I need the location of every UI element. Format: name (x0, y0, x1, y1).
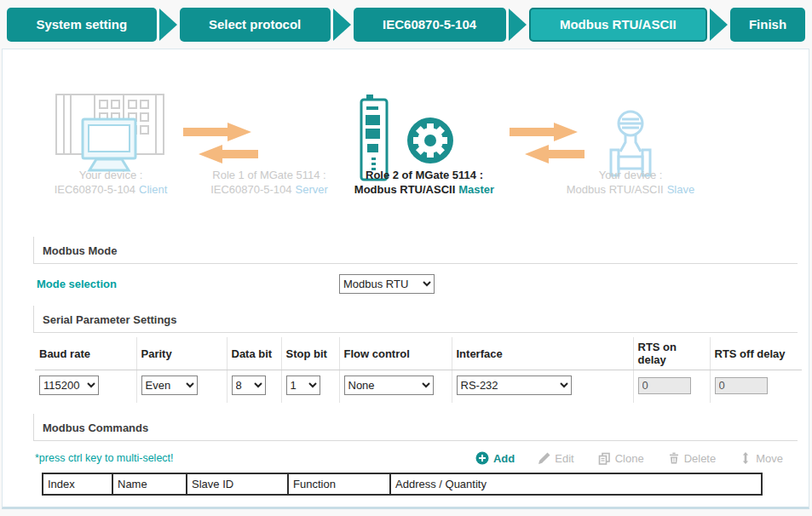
wizard-step-modbus-rtu-ascii[interactable]: Modbus RTU/ASCII (529, 8, 707, 42)
node-label-iec-client: Your device : IEC60870-5-104Client (30, 168, 192, 197)
move-icon (740, 452, 752, 464)
function-header: Function (288, 473, 390, 495)
interface-header: Interface (452, 337, 633, 370)
delete-command-button: Delete (668, 452, 717, 465)
roles-diagram: Your device : IEC60870-5-104Client Role … (3, 92, 809, 237)
flow-control-select[interactable]: None (344, 376, 434, 395)
exchange-arrows-icon (510, 119, 586, 167)
index-header: Index (43, 473, 112, 495)
mode-selection-select[interactable]: Modbus RTU (339, 274, 435, 294)
section-header-modbus-commands: Modbus Commands (33, 414, 798, 441)
mode-selection-row: Mode selection Modbus RTU (37, 272, 798, 295)
add-icon (475, 451, 489, 465)
clone-icon (598, 452, 611, 465)
modbus-commands-table: Index Name Slave ID Function Address / Q… (42, 473, 763, 496)
serial-settings-table: Baud rate Parity Data bit Stop bit Flow … (35, 337, 802, 403)
wizard-arrow-icon (710, 9, 728, 41)
stop-bit-select[interactable]: 1 (286, 376, 320, 395)
rts-on-delay-field (638, 377, 691, 394)
serial-value-row: 115200 Even 8 1 None RS-232 (35, 370, 802, 404)
commands-toolbar: *press ctrl key to multi-select! Add Edi… (35, 451, 783, 465)
section-header-serial-settings: Serial Parameter Settings (33, 306, 798, 333)
rts-off-delay-header: RTS off delay (710, 337, 802, 370)
section-header-modbus-mode: Modbus Mode (33, 237, 798, 264)
clone-command-button: Clone (598, 452, 644, 465)
edit-command-button: Edit (538, 452, 573, 465)
add-command-button[interactable]: Add (475, 451, 515, 465)
exchange-arrows-icon (183, 119, 260, 167)
wizard-step-iec60870[interactable]: IEC60870-5-104 (354, 8, 506, 42)
serial-header-row: Baud rate Parity Data bit Stop bit Flow … (35, 337, 802, 370)
wizard-step-bar: System setting Select protocol IEC60870-… (0, 0, 812, 49)
rts-off-delay-field (715, 377, 768, 394)
mode-selection-label: Mode selection (37, 278, 339, 290)
move-command-button: Move (740, 452, 783, 465)
address-quantity-header: Address / Quantity (390, 473, 762, 495)
edit-icon (538, 452, 550, 464)
wizard-step-system-setting[interactable]: System setting (7, 8, 157, 42)
rts-on-delay-header: RTS on delay (633, 337, 710, 370)
node-label-modbus-slave: Your device : Modbus RTU/ASCIISlave (539, 168, 722, 197)
node-label-iec-server: Role 1 of MGate 5114 : IEC60870-5-104Ser… (186, 168, 353, 197)
wizard-step-finish[interactable]: Finish (730, 8, 805, 42)
wizard-arrow-icon (509, 9, 527, 41)
wizard-step-select-protocol[interactable]: Select protocol (180, 8, 331, 42)
node-label-modbus-master: Role 2 of MGate 5114 : Modbus RTU/ASCIIM… (332, 168, 516, 197)
wizard-content-panel: Your device : IEC60870-5-104Client Role … (2, 49, 809, 509)
data-bit-header: Data bit (227, 337, 281, 370)
parity-select[interactable]: Even (141, 376, 198, 395)
wizard-arrow-icon (333, 9, 351, 41)
flow-control-header: Flow control (339, 337, 452, 370)
baud-rate-select[interactable]: 115200 (39, 376, 99, 395)
commands-header-row: Index Name Slave ID Function Address / Q… (43, 473, 762, 495)
stop-bit-header: Stop bit (281, 337, 339, 370)
slave-id-header: Slave ID (187, 473, 288, 495)
data-bit-select[interactable]: 8 (232, 376, 266, 395)
delete-icon (668, 452, 680, 464)
parity-header: Parity (136, 337, 227, 370)
interface-select[interactable]: RS-232 (457, 376, 572, 395)
baud-rate-header: Baud rate (35, 337, 136, 370)
multi-select-hint: *press ctrl key to multi-select! (35, 452, 174, 464)
name-header: Name (112, 473, 187, 495)
plc-computer-icon (55, 94, 164, 174)
wizard-arrow-icon (159, 9, 177, 41)
